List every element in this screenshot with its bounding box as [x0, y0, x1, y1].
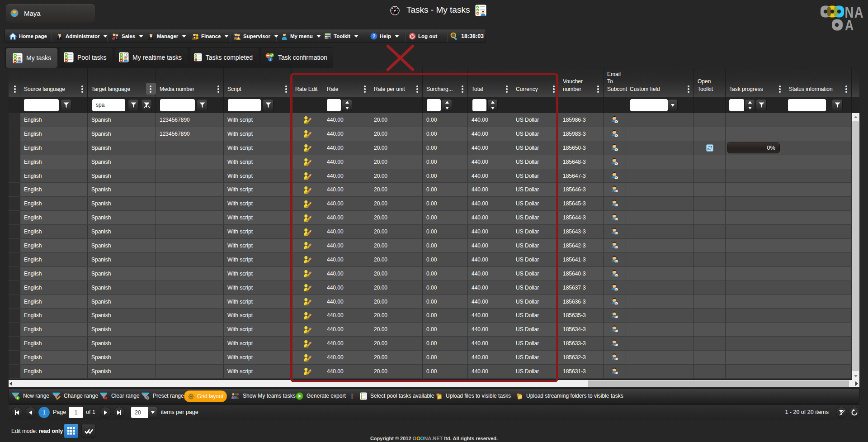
svg-text:?: ? — [373, 33, 376, 39]
svg-text:A: A — [845, 16, 854, 33]
